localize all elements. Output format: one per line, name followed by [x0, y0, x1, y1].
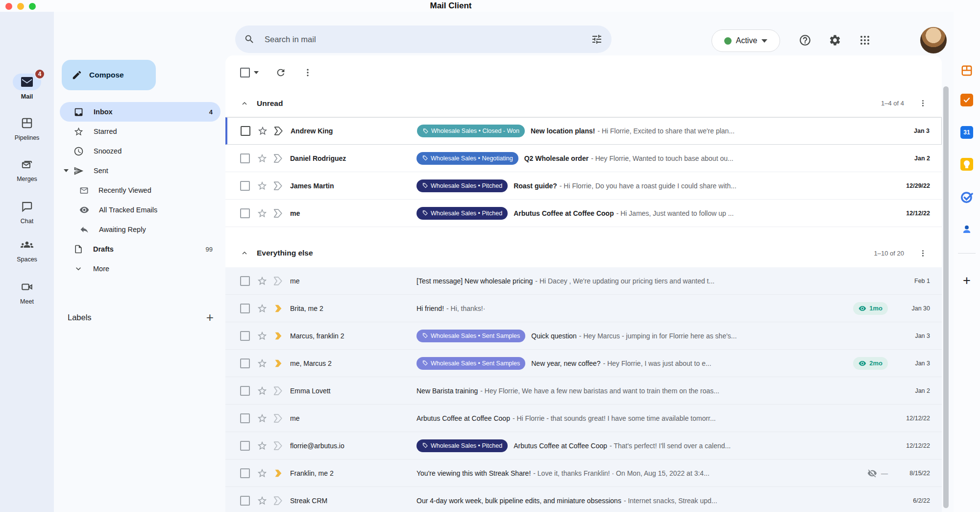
email-row[interactable]: Marcus, franklin 2 Wholesale Sales • Sen… [225, 322, 942, 350]
select-dropdown-icon[interactable] [254, 71, 259, 74]
streak-box-icon-tracked[interactable] [272, 468, 283, 479]
row-checkbox[interactable] [240, 304, 250, 313]
get-add-ons-button[interactable]: + [960, 274, 974, 287]
refresh-button[interactable] [275, 67, 286, 78]
row-checkbox[interactable] [240, 358, 250, 368]
apps-grid-button[interactable] [858, 33, 872, 47]
email-row[interactable]: Daniel Rodriguez Wholesale Sales • Negot… [225, 145, 942, 172]
nav-item-drafts[interactable]: Drafts 99 [60, 239, 220, 259]
streak-box-icon[interactable] [273, 126, 284, 136]
nav-item-all-tracked-emails[interactable]: All Tracked Emails [60, 200, 220, 220]
help-button[interactable] [798, 33, 812, 47]
star-icon[interactable] [257, 276, 268, 286]
star-icon[interactable] [257, 413, 268, 424]
rail-item-mail[interactable]: 4 Mail [0, 74, 54, 100]
nav-item-snoozed[interactable]: Snoozed [60, 141, 220, 161]
account-avatar[interactable] [920, 27, 947, 53]
streak-box-icon[interactable] [272, 276, 283, 286]
view-tracking-badge[interactable]: 1mo [853, 302, 888, 315]
row-checkbox[interactable] [240, 468, 250, 478]
email-row[interactable]: me Wholesale Sales • Pitched Arbutus Cof… [225, 200, 942, 227]
email-row[interactable]: Andrew King Wholesale Sales • Closed - W… [225, 117, 942, 145]
pipeline-badge[interactable]: Wholesale Sales • Pitched [416, 179, 508, 192]
email-row[interactable]: me [Test message] New wholesale pricing-… [225, 267, 942, 295]
email-row[interactable]: me, Marcus 2 Wholesale Sales • Sent Samp… [225, 350, 942, 377]
rail-item-pipelines[interactable]: Pipelines [0, 117, 54, 141]
contacts-icon[interactable] [960, 223, 974, 236]
email-row[interactable]: Emma Lovett New Barista training- Hey Fl… [225, 377, 942, 405]
email-row[interactable]: Brita, me 2 Hi friend!- Hi, thanks!· 1mo… [225, 295, 942, 322]
row-checkbox[interactable] [240, 208, 250, 218]
streak-box-icon-tracked[interactable] [272, 303, 283, 314]
rail-item-chat[interactable]: Chat [0, 200, 54, 225]
search-bar[interactable] [235, 26, 612, 53]
eye-off-icon[interactable] [867, 468, 877, 478]
streak-box-icon[interactable] [272, 440, 283, 451]
mail-pill[interactable]: 4 [13, 74, 41, 90]
keep-icon[interactable] [960, 157, 974, 171]
streak-box-icon[interactable] [272, 180, 283, 191]
streak-box-icon[interactable] [272, 385, 283, 396]
star-icon[interactable] [257, 468, 268, 479]
star-icon[interactable] [257, 358, 268, 369]
pipeline-badge[interactable]: Wholesale Sales • Pitched [416, 439, 508, 452]
star-icon[interactable] [257, 385, 268, 396]
rail-item-merges[interactable]: Merges [0, 158, 54, 182]
streak-box-icon[interactable] [272, 413, 283, 424]
row-checkbox[interactable] [240, 181, 250, 191]
row-checkbox[interactable] [240, 496, 250, 506]
row-checkbox[interactable] [240, 154, 250, 163]
nav-item-inbox[interactable]: Inbox 4 [60, 102, 220, 122]
row-checkbox[interactable] [240, 413, 250, 423]
row-checkbox[interactable] [240, 386, 250, 396]
streak-box-icon[interactable] [272, 153, 283, 164]
pipeline-badge[interactable]: Wholesale Sales • Sent Samples [416, 357, 525, 370]
pipeline-badge[interactable]: Wholesale Sales • Pitched [416, 207, 508, 220]
streak-mail-check-addon-icon[interactable] [960, 93, 974, 107]
star-icon[interactable] [257, 331, 268, 341]
rail-item-spaces[interactable]: Spaces [0, 238, 54, 263]
star-icon[interactable] [257, 303, 268, 314]
rail-item-meet[interactable]: Meet [0, 281, 54, 305]
nav-item-sent[interactable]: Sent [60, 161, 220, 180]
add-label-button[interactable]: + [206, 312, 214, 322]
star-icon[interactable] [257, 208, 268, 219]
streak-box-icon[interactable] [272, 208, 283, 219]
select-all-checkbox[interactable] [240, 68, 250, 77]
pipeline-badge[interactable]: Wholesale Sales • Closed - Won [417, 125, 525, 137]
streak-box-icon-tracked[interactable] [272, 358, 283, 369]
more-options-button[interactable] [303, 68, 313, 77]
nav-item-starred[interactable]: Starred [60, 122, 220, 141]
vertical-scrollbar[interactable] [943, 86, 949, 508]
compose-button[interactable]: Compose [62, 60, 156, 90]
pipeline-badge[interactable]: Wholesale Sales • Sent Samples [416, 330, 525, 342]
settings-button[interactable] [828, 33, 842, 47]
view-tracking-badge[interactable]: 2mo [853, 357, 888, 370]
star-icon[interactable] [257, 126, 268, 136]
email-row[interactable]: James Martin Wholesale Sales • Pitched R… [225, 172, 942, 200]
row-checkbox[interactable] [240, 441, 250, 451]
star-icon[interactable] [257, 153, 268, 164]
streak-box-icon-tracked[interactable] [272, 331, 283, 341]
section-kebab-icon[interactable] [919, 99, 927, 107]
pipeline-badge[interactable]: Wholesale Sales • Negotiating [416, 152, 518, 165]
collapse-icon[interactable] [240, 99, 249, 108]
search-icon[interactable] [244, 34, 255, 45]
nav-item-recently-viewed[interactable]: Recently Viewed [60, 180, 220, 200]
status-dropdown[interactable]: Active [711, 29, 780, 52]
star-icon[interactable] [257, 440, 268, 451]
row-checkbox[interactable] [241, 126, 250, 136]
row-checkbox[interactable] [240, 331, 250, 341]
streak-box-icon[interactable] [272, 495, 283, 506]
email-row[interactable]: florrie@arbutus.io Wholesale Sales • Pit… [225, 432, 942, 460]
expand-triangle-icon[interactable] [64, 169, 69, 172]
star-icon[interactable] [257, 495, 268, 506]
tasks-icon[interactable] [960, 190, 974, 204]
collapse-icon[interactable] [240, 249, 249, 257]
row-checkbox[interactable] [240, 276, 250, 286]
search-input[interactable] [264, 34, 591, 45]
search-filter-icon[interactable] [591, 33, 603, 45]
section-kebab-icon[interactable] [919, 249, 927, 257]
email-row[interactable]: Streak CRM Our 4-day work week, bulk pip… [225, 487, 942, 512]
email-row[interactable]: me Arbutus Coffee at Coffee Coop- Hi Flo… [225, 405, 942, 432]
